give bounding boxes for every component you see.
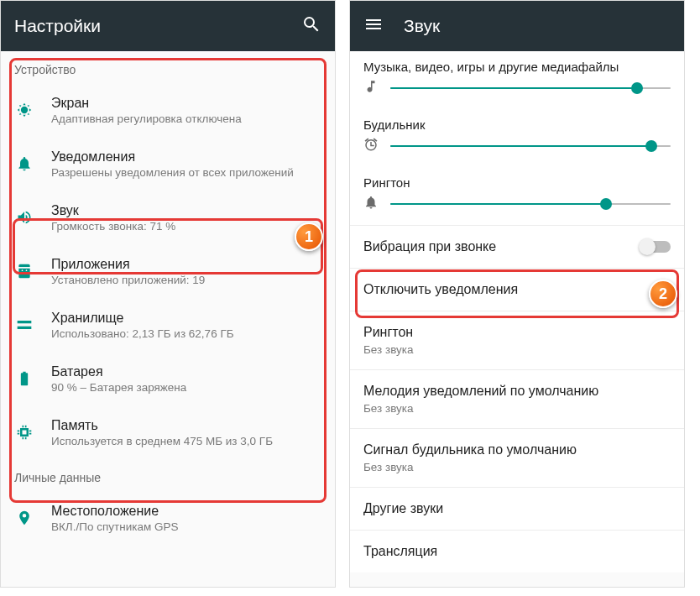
row-battery[interactable]: Батарея 90 % – Батарея заряжена: [1, 352, 335, 405]
row-display[interactable]: Экран Адаптивная регулировка отключена: [1, 83, 335, 137]
slider-media: Музыка, видео, игры и другие медиафайлы: [350, 51, 684, 109]
right-appbar-title: Звук: [404, 16, 671, 36]
row-vibrate-title: Вибрация при звонке: [363, 239, 496, 254]
row-storage-title: Хранилище: [51, 311, 321, 326]
bell-solid-icon: [363, 195, 379, 213]
row-apps[interactable]: Приложения Установлено приложений: 19: [1, 244, 335, 298]
slider-ring-track[interactable]: [390, 203, 671, 205]
row-display-title: Экран: [51, 96, 321, 111]
row-memory[interactable]: Память Используется в среднем 475 МБ из …: [1, 405, 335, 459]
vibrate-switch[interactable]: [640, 241, 671, 253]
left-appbar-title: Настройки: [14, 16, 281, 36]
memory-icon: [14, 424, 34, 441]
row-notifmel-sub: Без звука: [363, 402, 598, 415]
row-notifications-sub: Разрешены уведомления от всех приложений: [51, 166, 321, 179]
row-storage-sub: Использовано: 2,13 ГБ из 62,76 ГБ: [51, 327, 321, 340]
right-content: Музыка, видео, игры и другие медиафайлы …: [350, 51, 684, 572]
row-apps-title: Приложения: [51, 257, 321, 272]
row-memory-title: Память: [51, 418, 321, 433]
row-disable-notifications[interactable]: Отключить уведомления: [350, 269, 684, 311]
row-ringtone-sub: Без звука: [363, 343, 414, 356]
storage-icon: [14, 316, 34, 333]
slider-ring: Рингтон: [350, 167, 684, 225]
row-disable-title: Отключить уведомления: [363, 282, 518, 297]
section-device: Устройство: [1, 51, 335, 83]
row-apps-sub: Установлено приложений: 19: [51, 274, 321, 286]
row-battery-title: Батарея: [51, 364, 321, 379]
battery-icon: [14, 370, 34, 387]
row-vibrate[interactable]: Вибрация при звонке: [350, 226, 684, 268]
search-icon[interactable]: [301, 14, 321, 39]
row-cast-title: Трансляция: [363, 544, 437, 559]
slider-alarm-track[interactable]: [390, 145, 671, 147]
row-display-sub: Адаптивная регулировка отключена: [51, 112, 321, 125]
menu-icon[interactable]: [363, 14, 384, 39]
row-sound-title: Звук: [51, 203, 321, 218]
location-icon: [14, 510, 34, 526]
section-personal: Личные данные: [1, 459, 335, 491]
brightness-icon: [14, 102, 34, 118]
row-memory-sub: Используется в среднем 475 МБ из 3,0 ГБ: [51, 435, 321, 447]
volume-icon: [14, 209, 34, 226]
right-appbar: Звук: [350, 1, 684, 51]
slider-media-label: Музыка, видео, игры и другие медиафайлы: [363, 60, 671, 74]
row-notifications[interactable]: Уведомления Разрешены уведомления от все…: [1, 137, 335, 191]
step-badge-2: 2: [649, 280, 677, 308]
settings-pane: Настройки Устройство Экран Адаптивная ре…: [0, 0, 336, 588]
row-location[interactable]: Местоположение ВКЛ./По спутникам GPS: [1, 491, 335, 545]
left-content: Устройство Экран Адаптивная регулировка …: [1, 51, 335, 545]
music-note-icon: [363, 79, 379, 97]
slider-alarm-label: Будильник: [363, 118, 671, 132]
slider-ring-label: Рингтон: [363, 175, 671, 190]
row-location-sub: ВКЛ./По спутникам GPS: [51, 520, 321, 533]
row-battery-sub: 90 % – Батарея заряжена: [51, 381, 321, 394]
row-sound[interactable]: Звук Громкость звонка: 71 %: [1, 191, 335, 244]
sound-pane: Звук Музыка, видео, игры и другие медиаф…: [349, 0, 685, 588]
row-notif-melody[interactable]: Мелодия уведомлений по умолчанию Без зву…: [350, 370, 684, 428]
row-ringtone[interactable]: Рингтон Без звука: [350, 311, 684, 369]
row-storage[interactable]: Хранилище Использовано: 2,13 ГБ из 62,76…: [1, 298, 335, 352]
slider-media-track[interactable]: [390, 87, 671, 89]
alarm-icon: [363, 137, 379, 155]
row-notifications-title: Уведомления: [51, 149, 321, 165]
row-cast[interactable]: Трансляция: [350, 531, 684, 572]
slider-alarm: Будильник: [350, 109, 684, 167]
row-other-sounds[interactable]: Другие звуки: [350, 488, 684, 530]
row-other-title: Другие звуки: [363, 501, 443, 516]
step-badge-1: 1: [295, 222, 323, 251]
row-alarmsig-sub: Без звука: [363, 461, 577, 473]
row-location-title: Местоположение: [51, 504, 321, 519]
row-ringtone-title: Рингтон: [363, 325, 414, 340]
row-notifmel-title: Мелодия уведомлений по умолчанию: [363, 384, 598, 399]
row-alarm-signal[interactable]: Сигнал будильника по умолчанию Без звука: [350, 429, 684, 487]
row-alarmsig-title: Сигнал будильника по умолчанию: [363, 442, 577, 457]
row-sound-sub: Громкость звонка: 71 %: [51, 220, 321, 233]
apps-icon: [14, 263, 34, 280]
bell-icon: [14, 155, 34, 172]
left-appbar: Настройки: [1, 1, 335, 51]
